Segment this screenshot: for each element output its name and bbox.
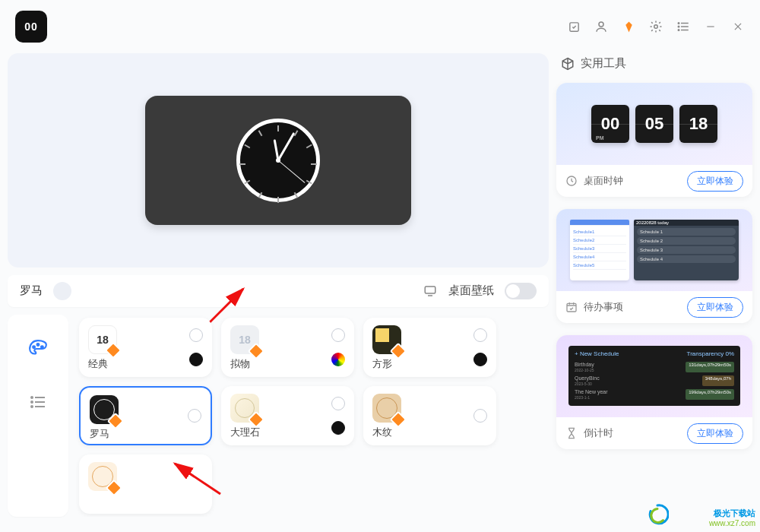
color-dot[interactable] xyxy=(189,328,203,342)
style-label: 经典 xyxy=(88,357,203,371)
tool-label: 倒计时 xyxy=(584,426,681,440)
tool-label: 待办事项 xyxy=(584,300,681,314)
watermark-swirl-icon xyxy=(646,503,669,526)
wallpaper-toggle[interactable] xyxy=(505,283,537,299)
style-label: 罗马 xyxy=(90,427,201,441)
color-dot[interactable] xyxy=(473,409,487,423)
cube-icon xyxy=(561,57,575,71)
style-card-extra[interactable] xyxy=(79,454,212,514)
flip-clock-preview: 00PM 05 18 xyxy=(556,83,752,165)
style-thumb xyxy=(90,395,119,424)
tool-card-todo: Schedule1 Schedule2 Schedule3 Schedule4 … xyxy=(556,209,752,323)
gallery-nav xyxy=(8,315,68,517)
watermark: 极光下载站 www.xz7.com xyxy=(709,508,755,527)
svg-point-21 xyxy=(31,397,33,398)
tool-card-desktop-clock: 00PM 05 18 桌面时钟 立即体验 xyxy=(556,83,752,197)
titlebar-icon-group xyxy=(567,20,745,33)
edit-icon[interactable] xyxy=(567,20,581,33)
svg-point-22 xyxy=(31,401,33,403)
countdown-preview: + New ScheduleTransparency 0% Birthday20… xyxy=(556,335,752,417)
sidebar-header-label: 实用工具 xyxy=(581,56,626,71)
svg-point-6 xyxy=(678,23,679,24)
style-label: 方形 xyxy=(372,357,487,371)
color-dot[interactable] xyxy=(331,397,345,410)
color-dot[interactable] xyxy=(473,328,487,342)
calendar-check-icon xyxy=(565,301,578,313)
tool-label: 桌面时钟 xyxy=(584,174,681,188)
color-dot[interactable] xyxy=(331,328,345,342)
style-preview xyxy=(8,53,549,268)
svg-point-23 xyxy=(31,406,33,407)
color-dot[interactable] xyxy=(331,421,345,435)
flip-min: 05 xyxy=(635,105,673,143)
monitor-icon xyxy=(423,284,438,298)
svg-rect-13 xyxy=(425,287,435,293)
try-button-countdown[interactable]: 立即体验 xyxy=(687,423,743,444)
svg-point-1 xyxy=(599,22,603,27)
style-card-classic[interactable]: 18经典 xyxy=(79,318,212,377)
hourglass-icon xyxy=(565,427,578,439)
try-button-clock[interactable]: 立即体验 xyxy=(687,171,743,192)
todo-preview: Schedule1 Schedule2 Schedule3 Schedule4 … xyxy=(556,209,752,291)
color-dot[interactable] xyxy=(473,353,487,366)
try-button-todo[interactable]: 立即体验 xyxy=(687,297,743,318)
svg-point-17 xyxy=(41,346,43,348)
color-swatch[interactable] xyxy=(53,282,71,300)
svg-point-7 xyxy=(678,26,679,27)
svg-point-15 xyxy=(33,346,35,348)
current-style-name: 罗马 xyxy=(20,283,43,298)
style-thumb: 18 xyxy=(88,325,117,354)
flip-sec: 18 xyxy=(679,105,717,143)
nav-list[interactable] xyxy=(27,391,49,413)
tool-card-countdown: + New ScheduleTransparency 0% Birthday20… xyxy=(556,335,752,449)
style-card-square[interactable]: 方形 xyxy=(363,318,496,377)
style-label: 拟物 xyxy=(230,357,345,371)
todo-light-panel: Schedule1 Schedule2 Schedule3 Schedule4 … xyxy=(570,220,629,280)
flip-hour: 00PM xyxy=(591,105,629,143)
svg-point-8 xyxy=(678,30,679,31)
style-gallery: 18经典18拟物方形罗马大理石木纹 xyxy=(76,315,549,517)
user-icon[interactable] xyxy=(594,20,608,33)
style-thumb xyxy=(230,394,259,423)
style-thumb xyxy=(372,325,401,354)
close-icon[interactable] xyxy=(731,20,745,33)
svg-rect-26 xyxy=(567,303,576,312)
style-card-marble[interactable]: 大理石 xyxy=(221,386,354,445)
gear-icon[interactable] xyxy=(649,20,663,33)
style-toolbar: 罗马 桌面壁纸 xyxy=(8,275,549,307)
nav-themes[interactable] xyxy=(27,337,49,360)
style-thumb: 18 xyxy=(230,325,259,354)
premium-badge-icon xyxy=(105,342,122,359)
color-dot[interactable] xyxy=(189,353,203,366)
premium-badge-icon xyxy=(106,480,123,497)
app-logo: 00 xyxy=(15,11,47,43)
style-card-roman[interactable]: 罗马 xyxy=(79,386,212,445)
preview-clock-card xyxy=(145,96,411,225)
todo-dark-panel: 20220828 today Schedule 1 Schedule 2 Sch… xyxy=(634,220,739,280)
svg-point-2 xyxy=(654,25,658,29)
minimize-icon[interactable] xyxy=(704,20,717,33)
style-label: 木纹 xyxy=(372,426,487,439)
list-icon[interactable] xyxy=(676,20,690,33)
analog-clock xyxy=(236,119,320,202)
style-card-digital[interactable]: 18拟物 xyxy=(221,318,354,377)
svg-point-16 xyxy=(37,344,40,346)
diamond-icon[interactable] xyxy=(622,20,635,33)
sidebar-header: 实用工具 xyxy=(556,53,752,71)
wallpaper-label: 桌面壁纸 xyxy=(448,283,494,298)
style-card-wood[interactable]: 木纹 xyxy=(363,386,496,445)
clock-icon xyxy=(565,175,578,187)
style-label: 大理石 xyxy=(230,426,345,439)
style-thumb xyxy=(88,462,117,491)
color-dot[interactable] xyxy=(331,353,345,366)
color-dot[interactable] xyxy=(188,409,201,423)
style-thumb xyxy=(372,394,401,423)
